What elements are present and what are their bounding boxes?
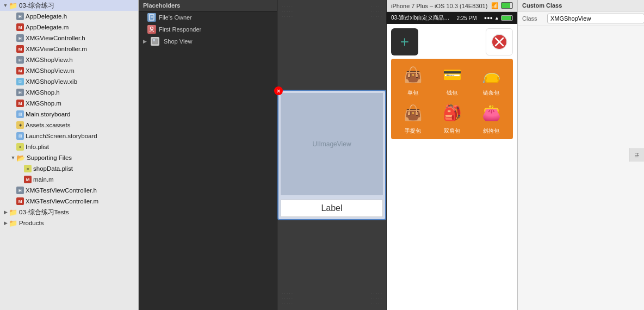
tree-item-xmgshop-h[interactable]: HXMGShop.h (0, 87, 138, 98)
folder-group-icon: 📁 (9, 2, 17, 10)
right-panels: iPhone 7 Plus – iOS 10.3 (14E8301) 📶 03-… (387, 0, 644, 310)
tree-item-info-plist[interactable]: ≡Info.plist (0, 141, 138, 152)
product-label: 单包 (407, 89, 418, 97)
tree-item-label: shopData.plist (33, 165, 73, 172)
add-icon: + (400, 33, 409, 51)
tree-item-label: XMGShop.m (26, 100, 61, 107)
hi-label: Hi (631, 150, 642, 159)
product-cell-1-2[interactable]: 👛 斜挎包 (472, 99, 511, 135)
signal-icon: ●●● (484, 15, 493, 21)
inspector-title: Custom Class (522, 2, 562, 9)
tree-item-xmgviewcontroller-m[interactable]: MXMGViewController.m (0, 44, 138, 54)
tree-item-appdelegate-m[interactable]: MAppDelegate.m (0, 22, 138, 33)
shop-view-icon (151, 37, 159, 46)
tree-item-label: Assets.xcassets (26, 122, 70, 128)
tree-item-shopdata-plist[interactable]: ≡shopData.plist (0, 163, 138, 174)
storyboard-icon: ▤ (16, 110, 24, 118)
svg-point-3 (151, 27, 153, 30)
delete-product-button[interactable] (486, 28, 513, 55)
product-image: 👝 (475, 61, 507, 88)
tree-item-products-folder[interactable]: ▶📁Products (0, 218, 138, 228)
canvas-dots-tl: · · · · ·· · · · ·· · · · · (282, 4, 293, 19)
tree-item-main-m[interactable]: Mmain.m (0, 174, 138, 185)
class-label: Class (522, 15, 544, 22)
tree-item-label: 03-综合练习 (19, 2, 54, 10)
inspector-header: Custom Class (518, 0, 644, 11)
inspector-panel: Custom Class Class ⟳ Hi (517, 0, 644, 310)
file-tree-panel: ▼📁03-综合练习HAppDelegate.hMAppDelegate.mHXM… (0, 0, 139, 310)
tree-item-xmgshopview-xib[interactable]: ⊡XMGShopView.xib (0, 76, 138, 87)
tree-item-supporting-files[interactable]: ▼📂Supporting Files (0, 152, 138, 163)
first-responder-item[interactable]: First Responder (139, 23, 277, 35)
tree-item-tests-folder[interactable]: ▶📁03-综合练习Tests (0, 207, 138, 218)
placeholders-label: Placeholders (143, 2, 180, 9)
product-cell-1-0[interactable]: 👜 手提包 (393, 99, 432, 135)
tree-item-xmgshop-m[interactable]: MXMGShop.m (0, 98, 138, 109)
canvas-dots-br: · · · · ·· · · · ·· · · · · (371, 291, 382, 306)
first-responder-label: First Responder (159, 26, 201, 33)
product-label: 钱包 (447, 89, 457, 97)
product-grid: 👜 单包 💳 钱包 👝 链条包 👜 手提包 🎒 双肩包 👛 斜挎包 (391, 59, 513, 139)
battery-status-icon (501, 15, 513, 21)
carrier-label: 03-通过xib自定义商品… (391, 14, 449, 22)
vc-close-button[interactable]: ✕ (274, 86, 283, 95)
product-cell-0-1[interactable]: 💳 钱包 (432, 61, 472, 97)
tree-item-label: AppDelegate.h (26, 13, 67, 20)
tree-item-root-folder[interactable]: ▼📁03-综合练习 (0, 0, 138, 11)
product-cell-0-2[interactable]: 👝 链条包 (472, 61, 511, 97)
m-file-icon: M (16, 197, 24, 205)
product-row-2: 👜 手提包 🎒 双肩包 👛 斜挎包 (393, 99, 511, 135)
product-cell-1-1[interactable]: 🎒 双肩包 (432, 99, 472, 135)
tree-item-label: Main.storyboard (26, 111, 70, 117)
first-responder-icon (147, 25, 156, 34)
plist-icon: ≡ (16, 143, 24, 151)
h-file-icon: H (16, 34, 24, 42)
tree-item-xmgtestviewcontroller-h[interactable]: HXMGTestViewController.h (0, 185, 138, 196)
storyboard-icon: ▤ (16, 132, 24, 140)
tree-item-xmgtestviewcontroller-m[interactable]: MXMGTestViewController.m (0, 196, 138, 207)
right-toolbar: Hi (629, 148, 644, 162)
tree-item-label: Supporting Files (27, 154, 72, 161)
tree-item-xmgviewcontroller-h[interactable]: HXMGViewController.h (0, 33, 138, 44)
add-product-button[interactable]: + (391, 28, 418, 55)
battery-icon (501, 2, 513, 9)
class-input[interactable] (547, 14, 644, 23)
tree-item-label: AppDelegate.m (26, 24, 69, 30)
tree-item-launchscreen-storyboard[interactable]: ▤LaunchScreen.storyboard (0, 131, 138, 141)
wifi-icon: 📶 (491, 2, 499, 9)
product-label: 斜挎包 (483, 127, 499, 135)
ib-canvas: · · · · ·· · · · ·· · · · · · · · · ·· ·… (277, 0, 386, 310)
iphone-content: + 👜 单包 💳 钱包 (387, 24, 517, 310)
tree-item-assets-xcassets[interactable]: ◈Assets.xcassets (0, 120, 138, 131)
tree-item-label: Products (19, 220, 44, 226)
tree-item-xmgshopview-m[interactable]: MXMGShopView.m (0, 65, 138, 76)
tree-item-appdelegate-h[interactable]: HAppDelegate.h (0, 11, 138, 22)
m-file-icon: M (16, 67, 24, 75)
tree-toggle: ▶ (2, 220, 9, 226)
tree-item-xmgshopview-h[interactable]: HXMGShopView.h (0, 54, 138, 65)
tree-toggle: ▼ (2, 3, 9, 8)
product-image: 👜 (397, 61, 429, 88)
product-image: 🎒 (436, 99, 468, 126)
simulator-header-right: 📶 (491, 2, 513, 9)
h-file-icon: H (16, 187, 24, 194)
status-icons: ●●● ▲ (484, 15, 513, 21)
scene-toggle-arrow: ▶ (143, 39, 150, 44)
time-label: 2:25 PM (456, 15, 476, 21)
shop-view-label: Shop View (164, 38, 192, 45)
shop-view-scene[interactable]: ▶ Shop View (139, 35, 277, 47)
files-owner-item[interactable]: File's Owner (139, 11, 277, 23)
m-file-icon: M (16, 45, 24, 53)
tree-item-label: 03-综合练习Tests (19, 208, 69, 216)
h-file-icon: H (16, 89, 24, 96)
product-image: 💳 (436, 61, 468, 88)
h-file-icon: H (16, 56, 24, 64)
tree-item-label: Info.plist (26, 144, 49, 150)
iphone-status-bar: 03-通过xib自定义商品… 2:25 PM ●●● ▲ (387, 12, 517, 24)
product-image: 👜 (397, 99, 429, 126)
tree-item-label: XMGShop.h (26, 89, 60, 96)
product-cell-0-0[interactable]: 👜 单包 (393, 61, 432, 97)
product-top-row: + (391, 28, 513, 55)
tree-item-main-storyboard[interactable]: ▤Main.storyboard (0, 109, 138, 120)
files-owner-icon (147, 13, 156, 22)
